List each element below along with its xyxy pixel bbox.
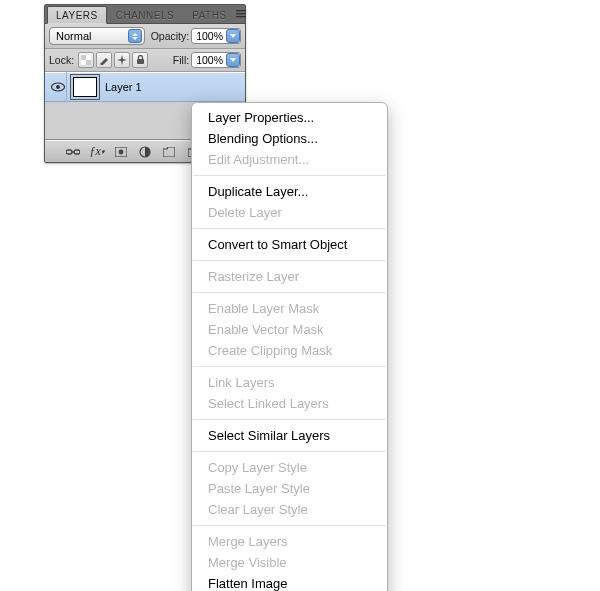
- visibility-toggle[interactable]: [49, 72, 67, 102]
- lock-label: Lock:: [49, 54, 74, 66]
- menu-select-similar-layers[interactable]: Select Similar Layers: [192, 425, 387, 446]
- opacity-label: Opacity:: [151, 30, 190, 42]
- menu-duplicate-layer[interactable]: Duplicate Layer...: [192, 181, 387, 202]
- menu-flatten-image[interactable]: Flatten Image: [192, 573, 387, 591]
- lock-transparency-button[interactable]: [78, 52, 94, 68]
- svg-point-8: [56, 85, 60, 89]
- svg-rect-0: [236, 10, 246, 11]
- svg-rect-5: [86, 60, 91, 65]
- menu-separator: [193, 419, 386, 420]
- group-icon[interactable]: [162, 145, 176, 159]
- menu-select-linked-layers: Select Linked Layers: [192, 393, 387, 414]
- blend-mode-select[interactable]: Normal: [49, 27, 145, 45]
- caret-down-icon: [226, 29, 240, 43]
- layer-name[interactable]: Layer 1: [105, 81, 142, 93]
- caret-icon: [128, 29, 142, 43]
- opacity-value: 100%: [196, 30, 223, 42]
- menu-layer-properties[interactable]: Layer Properties...: [192, 107, 387, 128]
- svg-rect-1: [236, 13, 246, 14]
- lock-all-button[interactable]: [132, 52, 148, 68]
- menu-enable-vector-mask: Enable Vector Mask: [192, 319, 387, 340]
- mask-icon[interactable]: [114, 145, 128, 159]
- caret-down-icon: [226, 53, 240, 67]
- panel-flyout-icon[interactable]: [236, 7, 246, 21]
- layer-thumbnail[interactable]: [73, 77, 97, 97]
- tab-channels[interactable]: CHANNELS: [107, 6, 183, 23]
- menu-separator: [193, 260, 386, 261]
- fx-icon[interactable]: ƒx▾: [90, 145, 104, 159]
- lock-buttons: [78, 52, 148, 68]
- menu-separator: [193, 175, 386, 176]
- menu-create-clipping-mask: Create Clipping Mask: [192, 340, 387, 361]
- menu-separator: [193, 525, 386, 526]
- menu-separator: [193, 366, 386, 367]
- menu-merge-visible: Merge Visible: [192, 552, 387, 573]
- blend-mode-value: Normal: [56, 30, 91, 42]
- menu-separator: [193, 451, 386, 452]
- panel-tabs: LAYERS CHANNELS PATHS: [45, 5, 245, 24]
- svg-point-13: [119, 149, 124, 154]
- menu-separator: [193, 292, 386, 293]
- menu-blending-options[interactable]: Blending Options...: [192, 128, 387, 149]
- menu-separator: [193, 228, 386, 229]
- lock-position-button[interactable]: [114, 52, 130, 68]
- menu-clear-layer-style: Clear Layer Style: [192, 499, 387, 520]
- layer-row[interactable]: Layer 1: [45, 72, 245, 102]
- tab-paths[interactable]: PATHS: [183, 6, 235, 23]
- fill-input[interactable]: 100%: [191, 52, 241, 68]
- tab-layers[interactable]: LAYERS: [47, 6, 107, 24]
- menu-rasterize-layer: Rasterize Layer: [192, 266, 387, 287]
- link-icon[interactable]: [66, 145, 80, 159]
- svg-rect-2: [236, 16, 246, 17]
- menu-delete-layer: Delete Layer: [192, 202, 387, 223]
- opacity-input[interactable]: 100%: [191, 28, 241, 44]
- svg-rect-6: [137, 59, 144, 64]
- svg-rect-4: [81, 55, 86, 60]
- lock-fill-row: Lock: Fill: 100%: [45, 49, 245, 72]
- adjustment-icon[interactable]: [138, 145, 152, 159]
- layer-context-menu: Layer Properties... Blending Options... …: [191, 102, 388, 591]
- lock-pixels-button[interactable]: [96, 52, 112, 68]
- fill-label: Fill:: [173, 54, 189, 66]
- eye-icon: [51, 82, 65, 92]
- fill-value: 100%: [196, 54, 223, 66]
- menu-link-layers: Link Layers: [192, 372, 387, 393]
- menu-merge-layers: Merge Layers: [192, 531, 387, 552]
- menu-copy-layer-style: Copy Layer Style: [192, 457, 387, 478]
- menu-convert-smart-object[interactable]: Convert to Smart Object: [192, 234, 387, 255]
- blend-opacity-row: Normal Opacity: 100%: [45, 24, 245, 49]
- menu-enable-layer-mask: Enable Layer Mask: [192, 298, 387, 319]
- menu-edit-adjustment: Edit Adjustment...: [192, 149, 387, 170]
- menu-paste-layer-style: Paste Layer Style: [192, 478, 387, 499]
